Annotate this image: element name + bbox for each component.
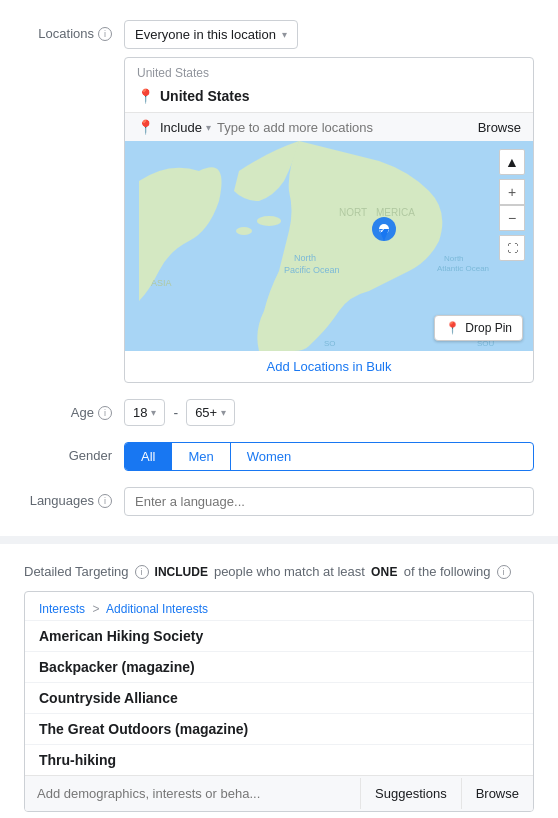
targeting-item-1: American Hiking Society (25, 620, 533, 651)
include-dropdown[interactable]: Include ▾ (160, 120, 211, 135)
age-dash: - (173, 405, 178, 421)
language-input[interactable] (124, 487, 534, 516)
svg-text:✓: ✓ (379, 224, 387, 235)
targeting-box: Interests > Additional Interests America… (24, 591, 534, 812)
locations-info-icon[interactable]: i (98, 27, 112, 41)
scroll-up-button[interactable]: ▲ (499, 149, 525, 175)
targeting-item-3: Countryside Alliance (25, 682, 533, 713)
drop-pin-icon: 📍 (445, 321, 460, 335)
gender-group: All Men Women (124, 442, 534, 471)
languages-info-icon[interactable]: i (98, 494, 112, 508)
dropdown-arrow-icon: ▾ (282, 29, 287, 40)
svg-text:Atlantic Ocean: Atlantic Ocean (437, 264, 489, 273)
svg-point-1 (257, 216, 281, 226)
age-min-dropdown[interactable]: 18 ▾ (124, 399, 165, 426)
age-max-arrow-icon: ▾ (221, 407, 226, 418)
location-dropdown-label: Everyone in this location (135, 27, 276, 42)
breadcrumb-interests-link[interactable]: Interests (39, 602, 85, 616)
scroll-up-icon: ▲ (505, 154, 519, 170)
age-row: 18 ▾ - 65+ ▾ (124, 399, 534, 426)
add-demographics-input[interactable] (25, 776, 360, 811)
map-controls: ▲ + − ⛶ (499, 149, 525, 261)
browse-locations-button[interactable]: Browse (478, 120, 521, 135)
add-demo-actions: Suggestions Browse (360, 778, 533, 809)
detailed-targeting-section: Detailed Targeting i INCLUDE people who … (0, 544, 558, 818)
location-box: United States 📍 United States 📍 Include … (124, 57, 534, 383)
age-label: Age i (24, 399, 124, 420)
add-demographics-bar: Suggestions Browse (25, 775, 533, 811)
svg-text:North: North (444, 254, 464, 263)
svg-point-2 (236, 227, 252, 235)
fullscreen-icon: ⛶ (507, 242, 518, 254)
suggestions-button[interactable]: Suggestions (361, 778, 461, 809)
add-location-input[interactable] (217, 120, 472, 135)
targeting-desc-prefix: INCLUDE (155, 565, 208, 579)
zoom-out-icon: − (508, 210, 516, 226)
location-country-name: United States (160, 88, 249, 104)
languages-label: Languages i (24, 487, 124, 508)
targeting-desc-bold: ONE (371, 565, 398, 579)
include-dropdown-arrow-icon: ▾ (206, 122, 211, 133)
targeting-label: Detailed Targeting i INCLUDE people who … (24, 564, 534, 579)
age-max-value: 65+ (195, 405, 217, 420)
add-bulk-link[interactable]: Add Locations in Bulk (125, 351, 533, 382)
zoom-in-button[interactable]: + (499, 179, 525, 205)
svg-text:NORT: NORT (339, 207, 367, 218)
gender-women-button[interactable]: Women (230, 443, 308, 470)
age-content: 18 ▾ - 65+ ▾ (124, 399, 534, 426)
breadcrumb-separator: > (92, 602, 99, 616)
targeting-item-5: Thru-hiking (25, 744, 533, 775)
targeting-desc-suffix: of the following (404, 564, 491, 579)
location-dropdown[interactable]: Everyone in this location ▾ (124, 20, 298, 49)
include-pin-icon: 📍 (137, 119, 154, 135)
zoom-out-button[interactable]: − (499, 205, 525, 231)
include-label: Include (160, 120, 202, 135)
age-min-value: 18 (133, 405, 147, 420)
gender-label: Gender (24, 442, 124, 463)
gender-all-button[interactable]: All (125, 443, 171, 470)
map-pin-icon: 📍 (137, 88, 154, 104)
gender-men-button[interactable]: Men (171, 443, 229, 470)
map-container: North Pacific Ocean North Atlantic Ocean… (125, 141, 533, 351)
breadcrumb-additional-interests-link[interactable]: Additional Interests (106, 602, 208, 616)
targeting-item-4: The Great Outdoors (magazine) (25, 713, 533, 744)
include-bar: 📍 Include ▾ Browse (125, 112, 533, 141)
targeting-desc-middle: people who match at least (214, 564, 365, 579)
fullscreen-button[interactable]: ⛶ (499, 235, 525, 261)
drop-pin-button[interactable]: 📍 Drop Pin (434, 315, 523, 341)
targeting-info-icon[interactable]: i (135, 565, 149, 579)
targeting-desc-info-icon[interactable]: i (497, 565, 511, 579)
zoom-in-icon: + (508, 184, 516, 200)
svg-text:SO: SO (324, 339, 336, 348)
locations-label: Locations i (24, 20, 124, 41)
languages-content (124, 487, 534, 516)
targeting-breadcrumb: Interests > Additional Interests (25, 592, 533, 620)
svg-text:Pacific Ocean: Pacific Ocean (284, 265, 340, 275)
svg-text:North: North (294, 253, 316, 263)
browse-targeting-button[interactable]: Browse (461, 778, 533, 809)
svg-text:MERICA: MERICA (376, 207, 415, 218)
gender-content: All Men Women (124, 442, 534, 471)
locations-field-content: Everyone in this location ▾ United State… (124, 20, 534, 383)
svg-text:ASIA: ASIA (151, 278, 172, 288)
location-item: 📍 United States (125, 84, 533, 112)
age-min-arrow-icon: ▾ (151, 407, 156, 418)
age-info-icon[interactable]: i (98, 406, 112, 420)
age-max-dropdown[interactable]: 65+ ▾ (186, 399, 235, 426)
drop-pin-label: Drop Pin (465, 321, 512, 335)
targeting-item-2: Backpacker (magazine) (25, 651, 533, 682)
location-country-label: United States (125, 58, 533, 84)
targeting-section-label: Detailed Targeting (24, 564, 129, 579)
